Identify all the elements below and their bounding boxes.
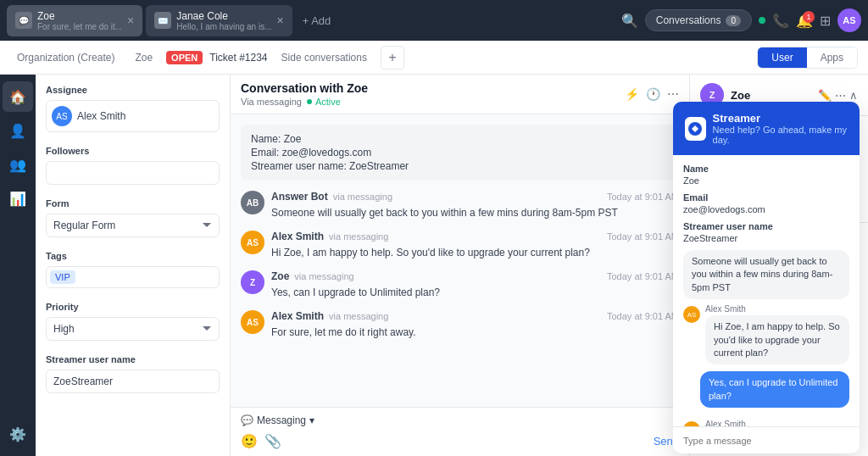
attachment-button[interactable]: 📎 bbox=[264, 433, 281, 449]
conversations-button[interactable]: Conversations 0 bbox=[645, 9, 752, 31]
widget-bot-message: Someone will usually get back to you wit… bbox=[683, 250, 849, 299]
user-avatar[interactable]: AS bbox=[837, 8, 861, 32]
form-section: Form Regular Form bbox=[46, 198, 220, 237]
phone-button[interactable]: 📞 bbox=[772, 13, 789, 29]
widget-alex-msg-1: Hi Zoe, I am happy to help. So you'd lik… bbox=[705, 315, 849, 364]
zoe-channel: via messaging bbox=[294, 271, 353, 281]
priority-label: Priority bbox=[46, 302, 220, 312]
collapse-user-button[interactable]: ∧ bbox=[849, 89, 858, 102]
grid-button[interactable]: ⊞ bbox=[820, 13, 831, 29]
widget-email-field: Email zoe@lovedogs.com bbox=[683, 192, 849, 214]
alex-time-1: Today at 9:01 AM bbox=[607, 231, 679, 242]
tags-container: VIP bbox=[46, 266, 220, 288]
widget-alex-avatar-1: AS bbox=[683, 306, 700, 323]
top-bar-actions: 🔍 Conversations 0 📞 🔔 1 ⊞ AS bbox=[621, 8, 861, 32]
nav-zoe[interactable]: Zoe bbox=[128, 48, 159, 67]
search-button[interactable]: 🔍 bbox=[621, 13, 638, 29]
user-header-actions: ✏️ ⋯ ∧ bbox=[818, 89, 858, 102]
sidebar-people-icon[interactable]: 👥 bbox=[3, 149, 33, 180]
tab-janae[interactable]: ✉️ Janae Cole Hello, I am having an is..… bbox=[146, 5, 292, 36]
assignee-name: Alex Smith bbox=[77, 110, 125, 122]
conv-header-actions: ⚡ 🕐 ⋯ bbox=[625, 87, 679, 101]
notification-badge: 1 bbox=[803, 11, 815, 23]
widget-alex-row-2: AS Alex Smith For sure, let me do it rig… bbox=[683, 420, 849, 426]
add-tab-button[interactable]: + Add bbox=[296, 9, 338, 32]
widget-username-value: ZoeStreamer bbox=[683, 233, 849, 243]
tab-janae-text: Janae Cole Hello, I am having an is... bbox=[176, 10, 271, 31]
assignee-row[interactable]: AS Alex Smith bbox=[46, 100, 220, 132]
active-dot bbox=[307, 99, 312, 104]
form-label: Form bbox=[46, 198, 220, 209]
widget-user-msg-row: Yes, can I upgrade to Unlimited plan? bbox=[683, 371, 849, 413]
filter-button[interactable]: ⚡ bbox=[625, 87, 639, 101]
sidebar-chart-icon[interactable]: 📊 bbox=[3, 183, 33, 214]
widget-name-value: Zoe bbox=[683, 175, 849, 186]
notifications-button[interactable]: 🔔 1 bbox=[796, 13, 813, 29]
active-status: Active bbox=[307, 97, 341, 107]
user-panel-name: Zoe bbox=[731, 89, 811, 102]
widget-subtitle: Need help? Go ahead, make my day. bbox=[713, 125, 848, 145]
user-apps-tabs: User Apps bbox=[757, 47, 858, 69]
widget-alex-content-2: Alex Smith For sure, let me do it right … bbox=[705, 420, 849, 426]
nav-side-conv[interactable]: Side conversations bbox=[275, 48, 374, 67]
tab-zoe[interactable]: 💬 Zoe For sure, let me do it... × bbox=[7, 5, 142, 36]
widget-input-area bbox=[673, 426, 860, 453]
sys-username: Streamer user name: ZoeStreamer bbox=[251, 160, 669, 172]
conversation-footer: 💬 Messaging ▾ 🙂 📎 Send bbox=[231, 407, 689, 456]
form-select[interactable]: Regular Form bbox=[46, 214, 220, 237]
sidebar-home-icon[interactable]: 🏠 bbox=[3, 81, 33, 112]
streamer-widget: Streamer Need help? Go ahead, make my da… bbox=[673, 102, 860, 453]
nav-add-button[interactable]: + bbox=[381, 46, 404, 70]
sidebar-user-icon[interactable]: 👤 bbox=[3, 115, 33, 146]
tags-label: Tags bbox=[46, 251, 220, 261]
streamer-label: Streamer user name bbox=[46, 354, 220, 364]
alex-message-2-content: Alex Smith via messaging Today at 9:01 A… bbox=[271, 310, 679, 340]
tab-janae-close[interactable]: × bbox=[277, 14, 284, 27]
channel-chevron: ▾ bbox=[309, 414, 314, 426]
ticket-label[interactable]: Ticket #1234 bbox=[209, 52, 267, 64]
widget-message-input[interactable] bbox=[683, 436, 849, 446]
tab-apps[interactable]: Apps bbox=[807, 47, 857, 68]
tag-vip[interactable]: VIP bbox=[50, 270, 75, 284]
message-row: AS Alex Smith via messaging Today at 9:0… bbox=[241, 231, 679, 260]
tab-user[interactable]: User bbox=[758, 47, 806, 68]
history-button[interactable]: 🕐 bbox=[646, 87, 660, 101]
open-badge: OPEN bbox=[166, 51, 203, 64]
footer-actions: 🙂 📎 Send bbox=[241, 433, 679, 449]
alex-time-2: Today at 9:01 AM bbox=[607, 311, 679, 321]
followers-label: Followers bbox=[46, 146, 220, 156]
alex-text-1: Hi Zoe, I am happy to help. So you'd lik… bbox=[271, 245, 679, 260]
widget-username-field: Streamer user name ZoeStreamer bbox=[683, 221, 849, 243]
conversation-status: Via messaging Active bbox=[241, 97, 368, 107]
priority-select[interactable]: High bbox=[46, 317, 220, 341]
conversation-panel: Conversation with Zoe Via messaging Acti… bbox=[231, 75, 690, 456]
tab-zoe-icon: 💬 bbox=[15, 12, 32, 29]
streamer-input[interactable] bbox=[46, 370, 220, 393]
alex-message-1-content: Alex Smith via messaging Today at 9:01 A… bbox=[271, 231, 679, 260]
footer-top: 💬 Messaging ▾ bbox=[241, 414, 679, 426]
message-row: AB Answer Bot via messaging Today at 9:0… bbox=[241, 191, 679, 220]
widget-alex-sender-1: Alex Smith bbox=[705, 304, 849, 314]
nav-org[interactable]: Organization (Create) bbox=[10, 48, 121, 67]
assignee-avatar: AS bbox=[52, 106, 72, 126]
emoji-button[interactable]: 🙂 bbox=[241, 433, 258, 449]
conversations-badge: 0 bbox=[726, 15, 741, 26]
assignee-section: Assignee AS Alex Smith bbox=[46, 85, 220, 132]
widget-username-label: Streamer user name bbox=[683, 221, 849, 231]
more-user-button[interactable]: ⋯ bbox=[835, 89, 846, 102]
alex-msg-1-header: Alex Smith via messaging Today at 9:01 A… bbox=[271, 231, 679, 242]
properties-panel: Assignee AS Alex Smith Followers Form Re… bbox=[36, 75, 231, 456]
widget-header: Streamer Need help? Go ahead, make my da… bbox=[673, 102, 860, 155]
sidebar-settings-icon[interactable]: ⚙️ bbox=[3, 419, 33, 449]
zoe-message-content: Zoe via messaging Today at 9:01 AM Yes, … bbox=[271, 270, 679, 300]
message-row: Z Zoe via messaging Today at 9:01 AM Yes… bbox=[241, 270, 679, 300]
alex-text-2: For sure, let me do it right away. bbox=[271, 325, 679, 340]
conversations-label: Conversations bbox=[656, 14, 721, 26]
messaging-selector[interactable]: 💬 Messaging ▾ bbox=[241, 414, 314, 426]
widget-title: Streamer bbox=[713, 112, 848, 125]
edit-user-button[interactable]: ✏️ bbox=[818, 89, 832, 102]
followers-input[interactable] bbox=[46, 161, 220, 185]
widget-email-label: Email bbox=[683, 192, 849, 203]
tab-zoe-close[interactable]: × bbox=[127, 14, 134, 27]
more-button[interactable]: ⋯ bbox=[667, 87, 679, 101]
